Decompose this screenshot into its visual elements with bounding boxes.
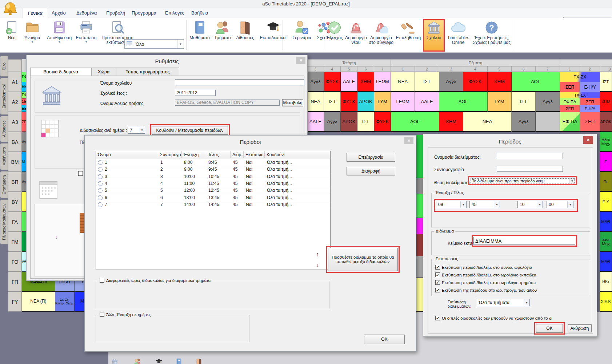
- bell-rename-periods-button[interactable]: Κουδούνι / Μετονομασία περιόδων: [152, 126, 228, 135]
- menu-tab-1[interactable]: Αρχείο: [47, 8, 71, 18]
- grid-cell[interactable]: Αγγλ: [512, 112, 536, 132]
- grid-cell[interactable]: Αγγλ: [536, 92, 560, 112]
- grid-cell[interactable]: ΑΡΟΚ: [341, 112, 357, 132]
- grid-cell-strip[interactable]: ΗΚτ: [600, 272, 612, 292]
- grid-cell[interactable]: ΓΕΩΜ: [391, 92, 415, 112]
- checkbox-icon[interactable]: [100, 278, 104, 283]
- move-up-arrow[interactable]: ↑: [316, 251, 319, 257]
- chevron-down-icon[interactable]: ▾: [85, 40, 87, 44]
- checkbox-icon[interactable]: [100, 312, 104, 317]
- print-breaks-dropdown[interactable]: Όλα τα τμήματα▼: [477, 299, 530, 306]
- grid-cell[interactable]: ΛΟΓ: [439, 92, 488, 112]
- side-tab-3[interactable]: Μαθήματα: [0, 143, 8, 170]
- ribbon-item-question-circle[interactable]: ?Έχετε Ερωτήσεις; Σχόλια; Γράψτε μας: [471, 20, 513, 45]
- row-header-A1[interactable]: A1: [8, 72, 22, 92]
- row-header-ΒΜ[interactable]: ΒΜ: [8, 152, 22, 172]
- grid-cell-strip[interactable]: ΑΡΟΚ: [600, 112, 612, 132]
- move-down-arrow[interactable]: ↓: [316, 262, 319, 268]
- grid-cell[interactable]: [536, 112, 560, 132]
- table-row[interactable]: 5512:0012:4545ΝαιΌλα τα τμή...: [96, 187, 330, 194]
- ribbon-item-classrooms-door[interactable]: Αίθουσες: [234, 20, 256, 40]
- ribbon-item-verify-gavel[interactable]: Επαλήθευση: [395, 20, 422, 40]
- scroll-down-arrow[interactable]: ↓: [55, 234, 57, 240]
- grid-cell-sliver[interactable]: ΑΘ: [22, 252, 26, 272]
- ribbon-item-subjects-book[interactable]: Μαθήματα: [188, 20, 211, 40]
- grid-cell[interactable]: ΑΡΟΚ: [357, 92, 374, 112]
- table-row[interactable]: 6613:0013:4545ΝαιΌλα τα τμή...: [96, 194, 330, 201]
- table-header-4[interactable]: Διάρ...: [231, 151, 244, 158]
- bottom-classes-people-icon[interactable]: [134, 358, 141, 364]
- asc-bell-logo-icon[interactable]: aSc: [3, 1, 17, 17]
- grid-cell[interactable]: ΧΗΜ: [357, 72, 374, 92]
- print-checkbox-0[interactable]: ✓Εκτύπωση περιόδ./διαλείμ. στο συνολ. ωρ…: [435, 265, 532, 270]
- print-checkbox-3[interactable]: ✓Εκτύπωση της περιόδου στο ωρ. προγρ. τω…: [435, 288, 537, 292]
- grid-cell[interactable]: ΧΗΜ: [488, 72, 512, 92]
- ribbon-item-classes-people[interactable]: Τμήματα: [212, 20, 233, 40]
- time-dropdown-3[interactable]: 00▼: [547, 201, 573, 208]
- ribbon-item-generate-siren[interactable]: Δημιουργία νέου: [345, 20, 367, 45]
- add-break-button[interactable]: Προσθέστε διάλειμμα το οποίο θα τυπωθεί …: [328, 248, 398, 271]
- grid-cell-sliver[interactable]: Μ.Ε: [22, 152, 26, 172]
- row-header-ΓΜ[interactable]: ΓΜ: [8, 232, 22, 252]
- checkbox-checked-icon[interactable]: ✓: [435, 288, 440, 292]
- checkbox-checked-icon[interactable]: ✓: [435, 280, 440, 285]
- row-header-A2[interactable]: A2: [8, 92, 22, 112]
- grid-cell-sliver[interactable]: Αγ: [22, 132, 26, 152]
- side-tab-1[interactable]: Εκπαιδευτικοί: [0, 78, 8, 115]
- chevron-down-icon[interactable]: ▾: [32, 40, 33, 44]
- grid-cell[interactable]: ΦΥΣΚ: [463, 72, 487, 92]
- grid-cell[interactable]: ΙΣΤ: [415, 72, 439, 92]
- grid-cell[interactable]: Αγγλ: [324, 112, 341, 132]
- school-name-input[interactable]: [175, 79, 304, 85]
- period-cancel-button[interactable]: Ακύρωση: [568, 324, 592, 332]
- row-header-ΒΛ[interactable]: ΒΛ: [8, 132, 22, 152]
- periods-ok-button[interactable]: OK: [364, 335, 405, 344]
- time-dropdown-1[interactable]: 45▼: [469, 201, 500, 208]
- grid-cell[interactable]: ΙΣΤ: [324, 92, 341, 112]
- ribbon-item-teachers-cap[interactable]: Εκπαιδευτικοί: [257, 20, 289, 40]
- print-checkbox-1[interactable]: ✓Εκτύπωση περιόδ./διαλείμ. στο ωρολόγιο …: [435, 272, 536, 277]
- settings-tab-1[interactable]: Χώρα: [91, 68, 116, 76]
- row-header-ΓΥ[interactable]: ΓΥ: [8, 292, 22, 312]
- table-row[interactable]: 3310:0010:4545ΝαιΌλα τα τμή...: [96, 173, 330, 180]
- grid-cell-sliver[interactable]: [22, 192, 26, 212]
- grid-cell-sliver[interactable]: [22, 212, 26, 232]
- close-icon[interactable]: ✕: [296, 57, 305, 64]
- grid-cell[interactable]: ΝΕΑ: [307, 92, 324, 112]
- grid-cell[interactable]: ΛΟΓ: [512, 72, 560, 92]
- table-row[interactable]: 7714:0014:4545ΝαιΌλα τα τμή...: [96, 201, 330, 208]
- table-header-1[interactable]: Συντομογρ...: [158, 151, 182, 158]
- time-dropdown-2[interactable]: 10▼: [517, 201, 543, 208]
- grid-cell-sliver[interactable]: ΕΕ: [22, 105, 26, 112]
- grid-cell[interactable]: ΑΛΓΕ: [341, 72, 357, 92]
- menu-tab-6[interactable]: Βοήθεια: [186, 8, 213, 18]
- print-checkbox-2[interactable]: ✓Εκτύπωση περιόδ./διαλείμ. στο ωρολόγιο …: [435, 280, 536, 285]
- delete-period-button[interactable]: Διαγραφή: [347, 167, 395, 175]
- row-header-ΓΟ[interactable]: ΓΟ: [8, 252, 22, 272]
- periods-table[interactable]: ΌνομαΣυντομογρ...ΈναρξηΤέλοςΔιάρ...Εκτύπ…: [96, 151, 331, 270]
- menu-tab-4[interactable]: Πρόγραμμα: [127, 8, 161, 18]
- grid-cell-sliver[interactable]: ΕΕ: [22, 82, 26, 92]
- menu-tab-2[interactable]: Δεδομένα: [71, 8, 102, 18]
- bottom-teachers-cap-icon[interactable]: [155, 358, 163, 364]
- edit-period-button[interactable]: Επεξεργασία: [347, 153, 395, 162]
- ribbon-item-new-document[interactable]: Νέο: [4, 20, 20, 40]
- grid-cell[interactable]: ΛΟΓ: [391, 112, 439, 132]
- checkbox-checked-icon[interactable]: ✓: [435, 265, 440, 270]
- grid-cell[interactable]: ΦΥΣΚ: [341, 92, 357, 112]
- grid-cell-strip[interactable]: Ηλεκ Μηχ-: [600, 132, 612, 152]
- grid-cell-strip[interactable]: Στοι Μηχ: [600, 232, 612, 252]
- print-text-input[interactable]: ΔΙΑΛΕΙΜΜΑ: [473, 237, 575, 245]
- grid-cell[interactable]: ΝΕΑ: [391, 72, 415, 92]
- ribbon-item-open-folder[interactable]: Άνοιγμα▾: [21, 20, 44, 44]
- change-license-button[interactable]: Μεταβολή: [282, 99, 303, 106]
- bottom-classrooms-door-icon[interactable]: [195, 358, 203, 364]
- table-header-0[interactable]: Όνομα: [96, 151, 158, 158]
- ribbon-item-check-seal[interactable]: Έλεγχος: [324, 20, 345, 40]
- grid-cell-strip[interactable]: ΜΑΘ: [600, 212, 612, 232]
- grid-cell-strip[interactable]: ΧΗΜ: [600, 92, 612, 112]
- row-header-ΒΥ[interactable]: ΒΥ: [8, 192, 22, 212]
- grid-cell-tx-a2[interactable]: ΤΧ-ΣΧΕΦ.ΠΛΣΕΠΣΕΠΕ-Η/Υ: [560, 92, 600, 112]
- ribbon-item-generate-cloud-siren[interactable]: Δημιουργία στο σύννεφο: [367, 20, 395, 45]
- ribbon-item-print[interactable]: Εκτύπωση▾: [75, 20, 98, 44]
